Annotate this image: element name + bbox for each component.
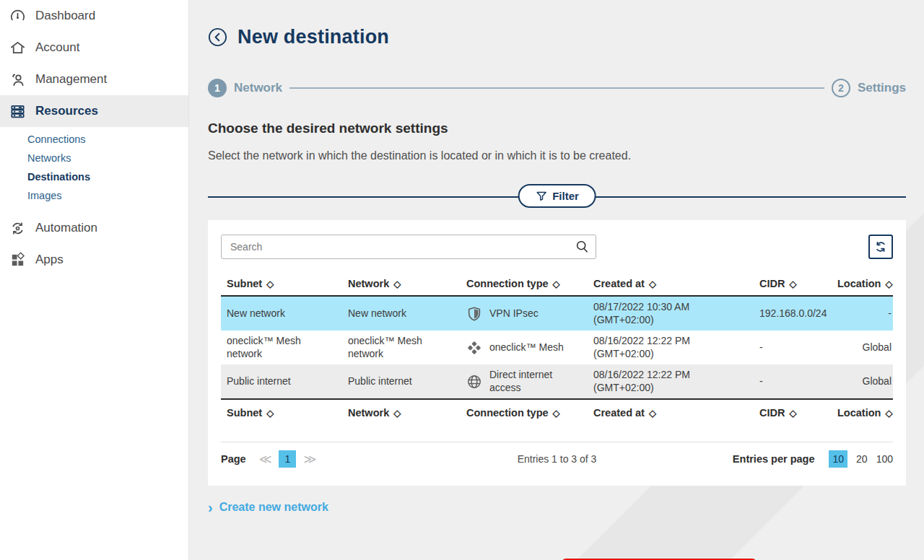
column-header-network[interactable]: Network◇: [342, 278, 461, 289]
sidebar-item-dashboard[interactable]: Dashboard: [0, 0, 188, 32]
page-number-chip[interactable]: 1: [279, 450, 296, 468]
filter-divider: Filter: [208, 184, 906, 208]
stepper-connector: [289, 87, 824, 89]
column-header-location[interactable]: Location◇: [832, 407, 894, 419]
sidebar-item-label: Automation: [35, 221, 97, 235]
chevron-right-icon: ›: [208, 502, 213, 512]
users-icon: [9, 71, 26, 88]
section-description: Select the network in which the destinat…: [208, 149, 906, 162]
table-body: New network New network VPN IPsec 08/17/…: [221, 295, 893, 398]
filter-button[interactable]: Filter: [518, 184, 596, 208]
cell-connection-type: oneclick™ Mesh: [461, 336, 588, 360]
step-network[interactable]: 1 Network: [208, 79, 282, 97]
page-label: Page: [221, 453, 246, 465]
per-page-option-20[interactable]: 20: [856, 453, 868, 465]
sort-icon[interactable]: ◇: [885, 279, 892, 289]
networks-table: Subnet◇ Network◇ Connection type◇ Create…: [221, 275, 893, 423]
column-header-created-at[interactable]: Created at◇: [588, 278, 754, 289]
column-header-network[interactable]: Network◇: [342, 407, 461, 419]
step-settings[interactable]: 2 Settings: [832, 79, 906, 97]
gauge-icon: [9, 7, 26, 25]
sort-icon[interactable]: ◇: [393, 279, 401, 289]
sync-gear-icon: [9, 219, 26, 237]
shield-icon: [466, 306, 482, 322]
sidebar-item-account[interactable]: Account: [0, 32, 188, 64]
column-header-cidr[interactable]: CIDR◇: [754, 278, 832, 289]
column-header-location[interactable]: Location◇: [832, 278, 894, 289]
previous-page-icon[interactable]: ≪: [259, 452, 272, 467]
sort-icon[interactable]: ◇: [649, 408, 656, 419]
sidebar-item-networks[interactable]: Networks: [0, 149, 188, 167]
network-table-card: Subnet◇ Network◇ Connection type◇ Create…: [208, 220, 906, 486]
cell-created-at: 08/16/2022 12:22 PM (GMT+02:00): [588, 364, 754, 398]
create-new-network-label: Create new network: [219, 501, 328, 514]
next-page-icon[interactable]: ≫: [303, 452, 316, 467]
back-button[interactable]: [208, 27, 227, 47]
sidebar-item-destinations[interactable]: Destinations: [0, 167, 188, 186]
per-page-option-100[interactable]: 100: [876, 453, 893, 465]
resources-submenu: Connections Networks Destinations Images: [0, 127, 188, 212]
cell-connection-type: Direct internet access: [461, 364, 588, 398]
table-footer-header-row: Subnet◇ Network◇ Connection type◇ Create…: [221, 398, 893, 423]
column-header-created-at[interactable]: Created at◇: [588, 407, 754, 419]
table-row-new-network[interactable]: New network New network VPN IPsec 08/17/…: [221, 297, 893, 331]
cell-network: oneclick™ Mesh network: [342, 331, 461, 364]
cell-cidr: -: [754, 371, 832, 393]
refresh-icon: [873, 240, 888, 254]
sidebar-item-automation[interactable]: Automation: [0, 212, 188, 244]
mesh-icon: [466, 340, 482, 356]
cell-location: Global: [832, 371, 893, 393]
per-page-option-10[interactable]: 10: [829, 450, 847, 468]
search-input[interactable]: [221, 235, 596, 259]
cell-network: Public internet: [342, 371, 461, 393]
table-row-public-internet[interactable]: Public internet Public internet Direct i…: [221, 364, 893, 398]
sidebar-item-apps[interactable]: Apps: [0, 244, 188, 276]
table-header-row: Subnet◇ Network◇ Connection type◇ Create…: [221, 275, 893, 295]
column-header-connection-type[interactable]: Connection type◇: [461, 407, 588, 419]
step-2-label: Settings: [858, 81, 906, 95]
back-circle-icon: [208, 27, 227, 47]
section-heading: Choose the desired network settings: [208, 121, 906, 136]
step-2-circle: 2: [832, 79, 850, 97]
sort-icon[interactable]: ◇: [649, 279, 656, 289]
sort-icon[interactable]: ◇: [266, 408, 274, 419]
step-1-circle: 1: [208, 79, 227, 97]
sort-icon[interactable]: ◇: [789, 279, 796, 289]
refresh-button[interactable]: [868, 235, 893, 259]
cell-created-at: 08/17/2022 10:30 AM (GMT+02:00): [588, 297, 754, 331]
create-new-network-link[interactable]: › Create new network: [208, 501, 906, 514]
cell-created-at: 08/16/2022 12:22 PM (GMT+02:00): [588, 331, 754, 364]
entries-per-page-label: Entries per page: [733, 453, 815, 465]
pagination-bar: Page ≪ 1 ≫ Entries 1 to 3 of 3 Entries p…: [221, 442, 893, 476]
cell-subnet: oneclick™ Mesh network: [221, 331, 342, 364]
column-header-subnet[interactable]: Subnet◇: [221, 407, 342, 419]
home-icon: [9, 39, 26, 56]
sidebar-item-connections[interactable]: Connections: [0, 130, 188, 149]
wizard-stepper: 1 Network 2 Settings: [208, 79, 906, 97]
sidebar-item-resources[interactable]: Resources: [0, 95, 188, 127]
sort-icon[interactable]: ◇: [885, 408, 892, 419]
main-content: New destination 1 Network 2 Settings Cho…: [189, 0, 924, 560]
cell-cidr: -: [754, 337, 832, 359]
cell-cidr: 192.168.0.0/24: [754, 303, 832, 325]
column-header-connection-type[interactable]: Connection type◇: [461, 278, 588, 289]
sort-icon[interactable]: ◇: [553, 279, 560, 289]
sidebar-item-management[interactable]: Management: [0, 64, 188, 95]
cell-network: New network: [342, 303, 461, 325]
sort-icon[interactable]: ◇: [789, 408, 796, 419]
sort-icon[interactable]: ◇: [266, 279, 274, 289]
cell-location: -: [832, 303, 893, 325]
sort-icon[interactable]: ◇: [393, 408, 401, 419]
sidebar-item-label: Resources: [35, 104, 98, 118]
sort-icon[interactable]: ◇: [553, 408, 560, 419]
step-1-label: Network: [234, 81, 282, 95]
apps-grid-icon: [9, 251, 26, 268]
column-header-cidr[interactable]: CIDR◇: [754, 407, 832, 419]
cell-connection-type: VPN IPsec: [461, 302, 588, 326]
table-row-oneclick-mesh[interactable]: oneclick™ Mesh network oneclick™ Mesh ne…: [221, 331, 893, 364]
sidebar-item-images[interactable]: Images: [0, 186, 188, 205]
sidebar-item-label: Dashboard: [35, 9, 95, 23]
search-field-wrap: [221, 235, 596, 259]
column-header-subnet[interactable]: Subnet◇: [221, 278, 342, 289]
search-icon[interactable]: [575, 239, 590, 254]
